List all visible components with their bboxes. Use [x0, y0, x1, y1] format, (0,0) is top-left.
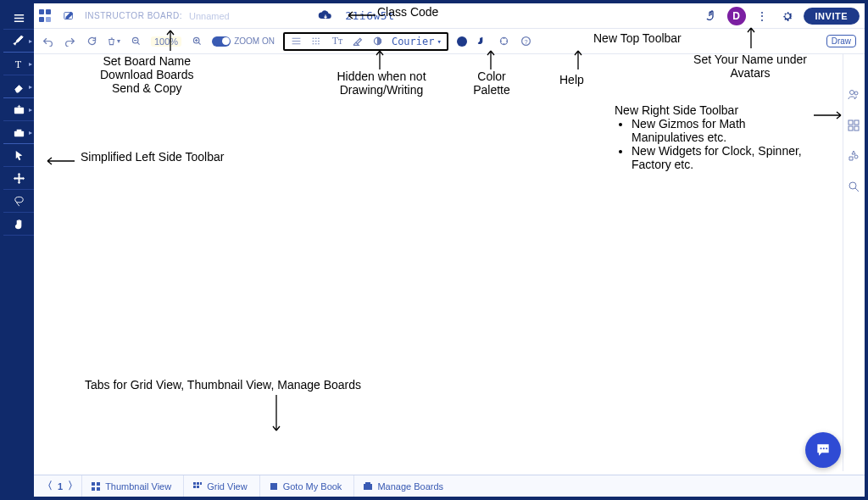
eraser-icon[interactable]: ▸ — [3, 75, 34, 98]
toolbox-icon[interactable]: ▸ — [3, 121, 34, 144]
toggle-pill-icon[interactable] — [212, 36, 231, 47]
svg-rect-22 — [97, 487, 100, 491]
svg-rect-29 — [365, 482, 370, 485]
font-select[interactable]: Courier▾ — [392, 36, 442, 47]
zoom-out-icon[interactable] — [129, 35, 142, 48]
svg-text:T: T — [14, 58, 21, 70]
svg-rect-26 — [193, 486, 196, 488]
line-weight-icon[interactable] — [290, 35, 303, 48]
line-style-icon[interactable] — [310, 35, 324, 48]
board-label: INSTRUCTOR BOARD: — [85, 11, 182, 20]
top-toolbar: ▾ 100% ZOOM ON Tт Courier▾ ? Draw — [34, 29, 865, 54]
svg-rect-28 — [364, 484, 372, 490]
kebab-menu-icon[interactable]: ⋮ — [753, 7, 771, 25]
search-icon[interactable] — [847, 180, 862, 195]
redo-icon[interactable] — [63, 35, 76, 48]
annot-avatar: Set Your Name under Avatars — [674, 53, 826, 80]
svg-rect-23 — [193, 482, 196, 485]
annot-left-toolbar: Simplified Left Side Toolbar — [81, 150, 224, 164]
svg-rect-1 — [14, 107, 23, 114]
svg-point-32 — [826, 447, 827, 449]
help-icon[interactable]: ? — [520, 35, 533, 48]
annot-hidden-draw: Hidden when not Drawing/Writing — [318, 69, 445, 97]
svg-rect-15 — [854, 120, 859, 125]
gizmo-shapes-icon[interactable] — [847, 149, 862, 164]
svg-rect-24 — [197, 482, 199, 485]
tab-grid-view[interactable]: Grid View — [183, 475, 255, 497]
prev-page-button[interactable]: 〈 — [42, 479, 53, 493]
app-logo-icon — [39, 9, 53, 23]
pen-icon[interactable]: ▸ — [3, 30, 34, 53]
svg-rect-20 — [97, 482, 100, 486]
annot-class-code: Class Code — [377, 5, 438, 19]
board-edit-icon[interactable] — [59, 7, 78, 25]
avatar[interactable]: D — [727, 7, 746, 25]
zoom-on-label: ZOOM ON — [234, 36, 275, 46]
svg-rect-27 — [197, 486, 199, 488]
pan-hand-icon[interactable] — [476, 35, 489, 48]
zoom-in-icon[interactable] — [190, 35, 203, 48]
tab-goto-book[interactable]: Goto My Book — [259, 475, 351, 497]
svg-point-30 — [821, 447, 822, 449]
refresh-icon[interactable] — [85, 35, 98, 48]
svg-rect-2 — [14, 131, 23, 136]
text-size-icon[interactable]: Tт — [331, 35, 344, 48]
zoom-toggle[interactable]: ZOOM ON — [212, 36, 275, 47]
mode-badge[interactable]: Draw — [826, 35, 856, 47]
left-toolbar: ▸ T▸ ▸ ▸ ▸ — [3, 3, 34, 497]
board-canvas[interactable]: Class Code New Top Toolbar Set Your Name… — [34, 54, 843, 471]
annot-tabs: Tabs for Grid View, Thumbnail View, Mana… — [85, 378, 361, 392]
annot-right-toolbar: New Right Side Toolbar New Gizmos for Ma… — [615, 103, 814, 171]
zoom-percent[interactable]: 100% — [151, 36, 181, 47]
bottom-bar: 〈 1 〉 Thumbnail View Grid View Goto My B… — [34, 475, 865, 497]
tab-manage-boards[interactable]: Manage Boards — [353, 475, 452, 497]
svg-point-31 — [823, 447, 825, 449]
undo-icon[interactable] — [41, 35, 54, 48]
add-icon[interactable]: ▸ — [3, 98, 34, 121]
svg-rect-14 — [849, 120, 853, 125]
svg-point-4 — [14, 197, 22, 203]
contrast-icon[interactable] — [371, 35, 385, 48]
svg-point-12 — [849, 91, 854, 95]
annot-help: Help — [559, 73, 584, 86]
svg-rect-16 — [849, 126, 853, 131]
move-icon[interactable] — [3, 167, 34, 190]
draw-style-group: Tт Courier▾ — [283, 32, 448, 51]
svg-rect-25 — [200, 482, 202, 485]
menu-icon[interactable] — [3, 7, 34, 30]
settings-gear-icon[interactable] — [778, 7, 797, 25]
invite-button[interactable]: INVITE — [804, 8, 860, 25]
annot-board-actions: Set Board Name Download Boards Send & Co… — [100, 54, 194, 95]
hand-icon[interactable] — [3, 213, 34, 236]
page-navigator: 〈 1 〉 — [42, 479, 78, 493]
widgets-grid-icon[interactable] — [847, 119, 862, 134]
annot-color: Color Palette — [466, 69, 517, 97]
compass-icon[interactable] — [498, 35, 511, 48]
highlighter-icon[interactable] — [351, 35, 364, 48]
right-toolbar — [843, 54, 865, 471]
svg-point-18 — [849, 182, 856, 189]
chat-fab-button[interactable] — [805, 432, 841, 468]
trash-icon[interactable]: ▾ — [107, 35, 120, 48]
svg-rect-3 — [16, 129, 21, 131]
svg-point-13 — [854, 92, 858, 95]
svg-rect-17 — [854, 126, 859, 131]
svg-rect-19 — [92, 482, 95, 486]
annot-top-toolbar: New Top Toolbar — [593, 31, 682, 45]
header-bar: INSTRUCTOR BOARD: Unnamed 21i6w5t D ⋮ IN… — [34, 3, 865, 29]
page-number: 1 — [58, 481, 63, 492]
tab-thumbnail-view[interactable]: Thumbnail View — [81, 475, 180, 497]
raise-hand-icon[interactable] — [702, 7, 721, 25]
color-palette-icon[interactable] — [457, 36, 467, 47]
users-icon[interactable] — [847, 88, 862, 103]
lasso-icon[interactable] — [3, 190, 34, 213]
pointer-icon[interactable] — [3, 144, 34, 167]
text-icon[interactable]: T▸ — [3, 53, 34, 75]
cloud-download-icon[interactable] — [316, 7, 335, 25]
next-page-button[interactable]: 〉 — [68, 479, 78, 493]
svg-text:?: ? — [525, 38, 528, 46]
board-name-input[interactable]: Unnamed — [189, 11, 230, 21]
svg-rect-21 — [92, 487, 95, 491]
